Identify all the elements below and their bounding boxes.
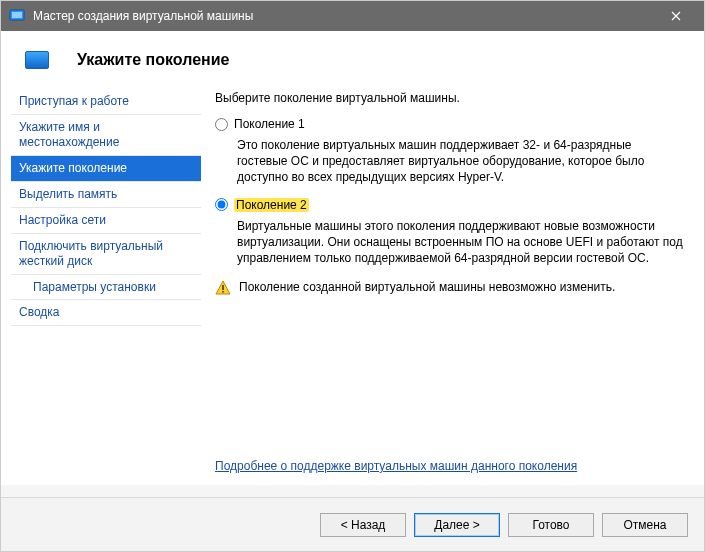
radio-generation-2-row: Поколение 2: [215, 198, 684, 212]
radio-generation-1-row: Поколение 1: [215, 117, 684, 131]
finish-button[interactable]: Готово: [508, 513, 594, 537]
titlebar: Мастер создания виртуальной машины: [1, 1, 704, 31]
step-summary[interactable]: Сводка: [11, 300, 201, 326]
wizard-steps-sidebar: Приступая к работе Укажите имя и местона…: [1, 79, 201, 485]
step-name-location[interactable]: Укажите имя и местонахождение: [11, 115, 201, 156]
svg-rect-1: [12, 12, 22, 18]
window-close-button[interactable]: [656, 1, 696, 31]
wizard-header-icon: [25, 51, 49, 69]
svg-rect-3: [222, 291, 224, 293]
wizard-header: Укажите поколение: [1, 31, 704, 79]
step-networking[interactable]: Настройка сети: [11, 208, 201, 234]
content-spacer: [215, 296, 684, 453]
wizard-content: Выберите поколение виртуальной машины. П…: [201, 79, 704, 485]
warning-text: Поколение созданной виртуальной машины н…: [239, 280, 615, 294]
step-generation[interactable]: Укажите поколение: [11, 156, 201, 182]
generation-1-description: Это поколение виртуальных машин поддержи…: [237, 137, 684, 186]
radio-generation-1-label[interactable]: Поколение 1: [234, 117, 305, 131]
wizard-footer: < Назад Далее > Готово Отмена: [1, 497, 704, 551]
learn-more-link[interactable]: Подробнее о поддержке виртуальных машин …: [215, 459, 684, 473]
window-title: Мастер создания виртуальной машины: [33, 9, 656, 23]
app-icon: [9, 8, 25, 24]
warning-icon: [215, 280, 231, 296]
next-button[interactable]: Далее >: [414, 513, 500, 537]
step-install-options[interactable]: Параметры установки: [11, 275, 201, 300]
generation-2-description: Виртуальные машины этого поколения подде…: [237, 218, 684, 267]
cancel-button[interactable]: Отмена: [602, 513, 688, 537]
step-getting-started[interactable]: Приступая к работе: [11, 89, 201, 115]
radio-generation-1[interactable]: [215, 118, 228, 131]
back-button[interactable]: < Назад: [320, 513, 406, 537]
step-vhd[interactable]: Подключить виртуальный жесткий диск: [11, 234, 201, 275]
page-title: Укажите поколение: [77, 51, 229, 69]
step-memory[interactable]: Выделить память: [11, 182, 201, 208]
radio-generation-2[interactable]: [215, 198, 228, 211]
content-intro: Выберите поколение виртуальной машины.: [215, 91, 684, 105]
svg-rect-2: [222, 285, 224, 290]
wizard-body: Приступая к работе Укажите имя и местона…: [1, 79, 704, 485]
warning-row: Поколение созданной виртуальной машины н…: [215, 280, 684, 296]
radio-generation-2-label[interactable]: Поколение 2: [234, 198, 309, 212]
